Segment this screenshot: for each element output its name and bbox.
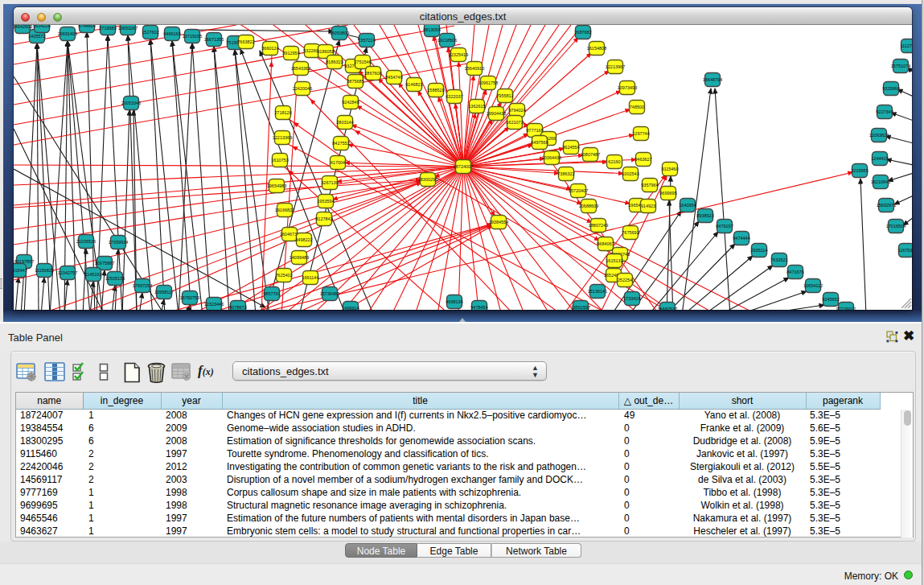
svg-text:1002543: 1002543	[622, 171, 639, 176]
svg-text:10807487: 10807487	[581, 152, 600, 157]
svg-text:9186058: 9186058	[317, 49, 334, 54]
svg-text:9115460: 9115460	[661, 167, 678, 171]
svg-text:7357224: 7357224	[358, 38, 375, 43]
svg-text:10975887: 10975887	[95, 261, 114, 266]
svg-text:1733426: 1733426	[623, 296, 640, 301]
svg-text:7632621: 7632621	[770, 257, 787, 262]
svg-text:2687682: 2687682	[574, 30, 591, 35]
svg-text:9329966: 9329966	[882, 86, 899, 91]
svg-text:8427552: 8427552	[332, 141, 349, 146]
svg-text:16154808: 16154808	[587, 46, 606, 51]
svg-text:13561597: 13561597	[571, 305, 590, 310]
svg-text:12342757: 12342757	[58, 270, 77, 275]
svg-text:16648794: 16648794	[703, 77, 722, 82]
svg-text:12505135: 12505135	[105, 276, 125, 281]
svg-text:3912954: 3912954	[282, 51, 299, 56]
svg-text:19384554: 19384554	[489, 220, 508, 225]
svg-text:9463627: 9463627	[634, 157, 651, 162]
svg-text:1621072: 1621072	[506, 120, 523, 125]
svg-text:9478454: 9478454	[470, 305, 487, 310]
svg-text:1527602: 1527602	[142, 30, 158, 35]
svg-text:10653267: 10653267	[118, 26, 138, 31]
svg-text:17957253: 17957253	[133, 283, 152, 288]
svg-text:9227349: 9227349	[876, 109, 893, 114]
svg-text:6466160: 6466160	[163, 31, 180, 36]
svg-text:22420046: 22420046	[293, 86, 312, 91]
svg-text:16543362: 16543362	[291, 66, 310, 71]
svg-text:20691406: 20691406	[58, 31, 77, 36]
svg-text:15751074: 15751074	[891, 64, 910, 68]
svg-text:7663822: 7663822	[237, 39, 254, 44]
svg-text:6479197: 6479197	[716, 224, 733, 229]
svg-text:12213967: 12213967	[606, 64, 625, 69]
svg-text:1405572: 1405572	[28, 34, 45, 39]
svg-text:9777169: 9777169	[526, 128, 543, 133]
svg-text:12213369: 12213369	[273, 135, 292, 140]
svg-text:6322037: 6322037	[446, 94, 462, 99]
svg-text:16671355: 16671355	[204, 37, 224, 42]
svg-text:18807249: 18807249	[589, 223, 608, 228]
svg-text:1297744: 1297744	[632, 131, 649, 136]
svg-text:19166827: 19166827	[275, 208, 294, 212]
svg-text:1640954: 1640954	[679, 203, 696, 208]
svg-text:2803144: 2803144	[336, 120, 353, 125]
svg-text:19218506: 19218506	[437, 38, 457, 43]
svg-text:1167533: 1167533	[897, 248, 912, 253]
svg-text:24942603: 24942603	[14, 25, 32, 29]
svg-text:2718126: 2718126	[274, 110, 291, 115]
svg-text:1362615: 1362615	[468, 104, 485, 109]
svg-text:1244415: 1244415	[871, 156, 888, 161]
svg-text:1691144: 1691144	[302, 275, 318, 280]
svg-text:7675692: 7675692	[622, 230, 639, 235]
svg-text:8454749: 8454749	[385, 75, 402, 80]
svg-text:1499914: 1499914	[342, 306, 359, 310]
svg-text:5614226: 5614226	[33, 25, 50, 28]
svg-text:2935114: 2935114	[750, 248, 767, 253]
svg-text:36687537: 36687537	[658, 307, 677, 310]
svg-text:97226012: 97226012	[836, 307, 856, 310]
svg-text:10654112: 10654112	[803, 283, 823, 288]
svg-text:3660124: 3660124	[261, 46, 278, 51]
svg-text:10719155: 10719155	[183, 34, 202, 39]
svg-text:17359934: 17359934	[109, 240, 128, 245]
svg-text:20364436: 20364436	[542, 155, 561, 160]
svg-text:20206536: 20206536	[76, 239, 96, 244]
svg-text:6497568: 6497568	[531, 140, 548, 145]
svg-text:8127842: 8127842	[315, 216, 332, 221]
svg-text:748500: 748500	[630, 105, 644, 109]
svg-text:15720407: 15720407	[569, 188, 588, 193]
svg-text:15640910: 15640910	[465, 66, 484, 71]
svg-text:7625402: 7625402	[275, 273, 292, 278]
svg-text:8813054: 8813054	[423, 27, 440, 32]
svg-text:3215955: 3215955	[851, 168, 868, 173]
svg-text:3875685: 3875685	[347, 79, 363, 84]
svg-text:62160: 62160	[608, 159, 620, 164]
svg-text:9245652: 9245652	[822, 297, 839, 302]
svg-text:9699695: 9699695	[659, 191, 676, 196]
svg-text:12093823: 12093823	[869, 133, 889, 138]
svg-text:252254: 252254	[618, 278, 632, 282]
svg-text:914923: 914923	[641, 204, 655, 208]
svg-text:8938923: 8938923	[696, 213, 713, 218]
svg-text:19654983: 19654983	[267, 183, 286, 188]
svg-text:16210643: 16210643	[871, 179, 890, 184]
svg-text:19904438: 19904438	[487, 111, 506, 116]
svg-text:1615132: 1615132	[606, 258, 622, 263]
svg-text:1588520: 1588520	[427, 88, 444, 93]
svg-text:18724007: 18724007	[454, 164, 473, 169]
svg-text:10688609: 10688609	[579, 204, 598, 208]
svg-text:2867608: 2867608	[364, 71, 381, 76]
svg-text:7386322: 7386322	[557, 171, 574, 176]
svg-text:10973493: 10973493	[618, 85, 637, 90]
svg-text:9357964: 9357964	[641, 183, 658, 187]
svg-text:8078673: 8078673	[229, 305, 246, 310]
svg-text:11156829: 11156829	[35, 268, 54, 273]
svg-text:9474444: 9474444	[733, 236, 749, 241]
svg-text:12323446: 12323446	[204, 302, 224, 307]
svg-text:15136141: 15136141	[588, 289, 607, 294]
svg-text:12325419: 12325419	[449, 52, 468, 57]
svg-text:4744854: 4744854	[78, 25, 95, 28]
svg-text:9146821: 9146821	[405, 82, 422, 87]
svg-text:1953594: 1953594	[317, 199, 334, 204]
svg-text:9857791: 9857791	[263, 291, 280, 296]
